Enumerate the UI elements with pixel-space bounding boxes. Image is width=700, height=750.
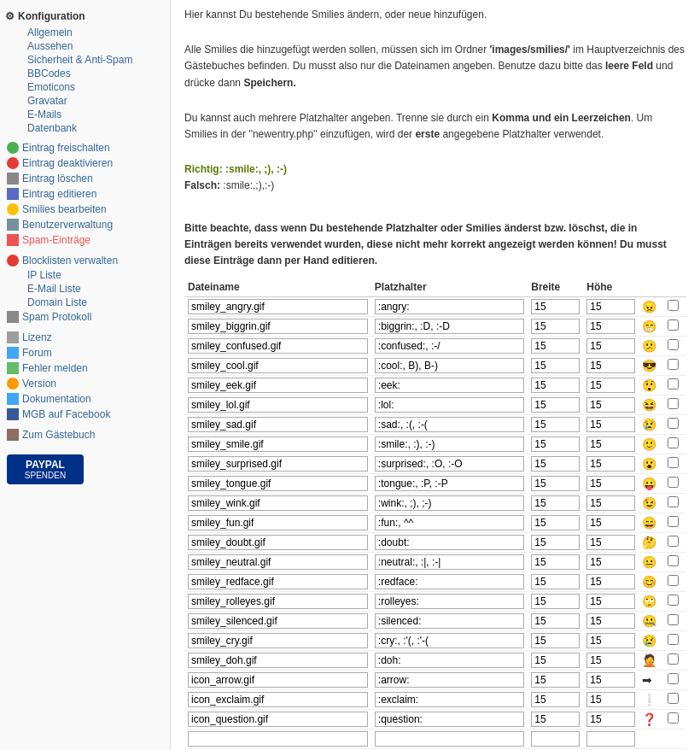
action-deaktivieren[interactable]: Eintrag deaktivieren [3,155,166,171]
row-checkbox[interactable] [668,457,679,468]
filename-input[interactable] [188,633,368,648]
row-checkbox[interactable] [668,536,679,547]
placeholder-input[interactable] [375,594,524,609]
width-input-new[interactable] [531,731,580,747]
filename-input[interactable] [188,574,368,589]
row-checkbox[interactable] [668,300,679,311]
sidebar-item-sicherheit[interactable]: Sicherheit & Anti-Spam [3,53,166,67]
filename-input[interactable] [188,712,368,727]
width-input[interactable] [531,397,580,413]
sidebar-item-emails[interactable]: E-Mails [3,108,166,121]
action-blocklisten[interactable]: Blocklisten verwalten [3,253,166,268]
placeholder-input[interactable] [375,633,524,648]
sidebar-item-email-liste[interactable]: E-Mail Liste [3,282,166,296]
row-checkbox[interactable] [668,693,679,704]
sidebar-item-datenbank[interactable]: Datenbank [3,121,166,135]
width-input[interactable] [531,378,580,393]
paypal-button[interactable]: PAYPAL SPENDEN [7,454,163,484]
placeholder-input[interactable] [375,672,524,688]
filename-input[interactable] [188,338,368,354]
sidebar-item-allgemein[interactable]: Allgemein [3,26,166,39]
filename-input[interactable] [188,378,368,393]
width-input[interactable] [531,437,580,452]
action-benutzerverwaltung[interactable]: Benutzerverwaltung [3,217,166,232]
height-input[interactable] [586,574,635,589]
width-input[interactable] [531,495,580,511]
row-checkbox[interactable] [668,712,679,724]
action-freischalten[interactable]: Eintrag freischalten [3,140,166,155]
placeholder-input[interactable] [375,437,524,452]
placeholder-input[interactable] [375,554,524,570]
width-input[interactable] [531,299,580,314]
height-input[interactable] [586,653,635,668]
placeholder-input[interactable] [375,417,524,432]
width-input[interactable] [531,712,580,727]
height-input[interactable] [586,535,635,550]
filename-input[interactable] [188,358,368,373]
row-checkbox[interactable] [668,595,679,606]
width-input[interactable] [531,633,580,648]
height-input[interactable] [586,397,635,413]
action-dokumentation[interactable]: Dokumentation [3,391,166,407]
row-checkbox[interactable] [668,634,679,645]
action-guestbook[interactable]: Zum Gästebuch [3,427,166,442]
width-input[interactable] [531,319,580,334]
row-checkbox[interactable] [668,339,679,350]
height-input[interactable] [586,495,635,511]
row-checkbox[interactable] [668,477,679,488]
sidebar-item-aussehen[interactable]: Aussehen [3,39,166,53]
sidebar-item-bbcodes[interactable]: BBCodes [3,67,166,80]
filename-input[interactable] [188,653,368,668]
action-loeschen[interactable]: Eintrag löschen [3,171,166,186]
width-input[interactable] [531,594,580,609]
filename-input[interactable] [188,594,368,609]
action-forum[interactable]: Forum [3,345,166,360]
height-input[interactable] [586,594,635,609]
sidebar-item-domain-liste[interactable]: Domain Liste [3,296,166,309]
row-checkbox[interactable] [668,418,679,429]
placeholder-input[interactable] [375,712,524,727]
height-input[interactable] [586,417,635,432]
width-input[interactable] [531,554,580,570]
action-lizenz[interactable]: Lizenz [3,330,166,345]
height-input[interactable] [586,378,635,393]
placeholder-input[interactable] [375,495,524,511]
placeholder-input[interactable] [375,299,524,314]
placeholder-input-new[interactable] [375,731,524,747]
row-checkbox[interactable] [668,437,679,448]
placeholder-input[interactable] [375,338,524,354]
width-input[interactable] [531,456,580,472]
filename-input[interactable] [188,437,368,452]
height-input[interactable] [586,712,635,727]
height-input[interactable] [586,515,635,530]
row-checkbox[interactable] [668,398,679,409]
row-checkbox[interactable] [668,378,679,390]
height-input[interactable] [586,672,635,688]
height-input[interactable] [586,358,635,373]
row-checkbox[interactable] [668,614,679,625]
height-input[interactable] [586,476,635,491]
width-input[interactable] [531,672,580,688]
placeholder-input[interactable] [375,515,524,530]
filename-input[interactable] [188,299,368,314]
filename-input[interactable] [188,495,368,511]
placeholder-input[interactable] [375,319,524,334]
height-input[interactable] [586,613,635,629]
action-fehler-melden[interactable]: Fehler melden [3,360,166,376]
width-input[interactable] [531,653,580,668]
placeholder-input[interactable] [375,456,524,472]
height-input[interactable] [586,319,635,334]
row-checkbox[interactable] [668,555,679,566]
placeholder-input[interactable] [375,358,524,373]
height-input-new[interactable] [586,731,635,747]
width-input[interactable] [531,476,580,491]
width-input[interactable] [531,692,580,707]
row-checkbox[interactable] [668,319,679,331]
width-input[interactable] [531,358,580,373]
sidebar-item-ip-liste[interactable]: IP Liste [3,268,166,282]
placeholder-input[interactable] [375,653,524,668]
row-checkbox[interactable] [668,359,679,370]
placeholder-input[interactable] [375,574,524,589]
filename-input[interactable] [188,692,368,707]
row-checkbox[interactable] [668,496,679,507]
